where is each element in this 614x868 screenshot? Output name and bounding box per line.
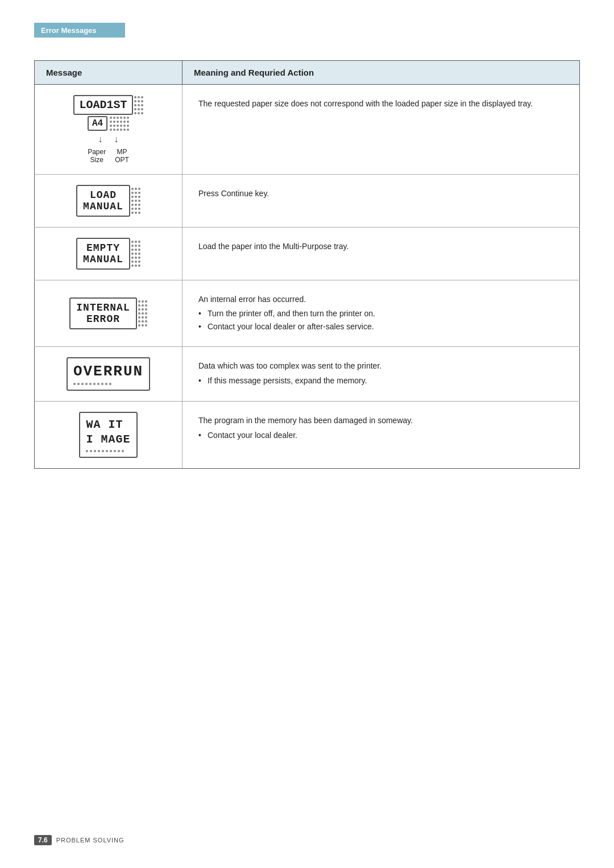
bullet-list-overrun: If this message persists, expand the mem…: [198, 375, 563, 387]
overrun-dots: [73, 383, 143, 385]
action-cell-internal-error: An internal error has occurred. Turn the…: [182, 280, 580, 347]
msg-cell-wait-image: WA ITI MAGE: [35, 402, 182, 469]
page-number: 7.6: [34, 835, 52, 845]
overrun-box: OVERRUN: [67, 357, 150, 391]
section-label: Problem Solving: [56, 837, 125, 844]
action-cell-load1st: The requested paper size does not corres…: [182, 85, 580, 175]
load1st-box: LOAD1ST: [73, 95, 132, 115]
bullet-list-internal: Turn the printer off, and then turn the …: [198, 308, 563, 333]
action-cell-wait-image: The program in the memory has been damag…: [182, 402, 580, 469]
msg-cell-overrun: OVERRUN: [35, 347, 182, 402]
load1st-a4: A4: [88, 116, 107, 131]
dot-strip-empty: [131, 241, 140, 267]
action-text-load1st: The requested paper size does not corres…: [198, 99, 533, 108]
action-text-load-manual: Press Continue key.: [198, 189, 269, 198]
page-container: Error Messages Message Meaning and Requr…: [0, 0, 614, 503]
table-row: WA ITI MAGE The program in the memory ha…: [35, 402, 580, 469]
table-row: LOADMANUAL Press Continue key.: [35, 175, 580, 228]
label-mp: MPOPT: [115, 148, 129, 164]
msg-cell-load1st: LOAD1ST: [35, 85, 182, 175]
arrows-row: ↓ ↓: [98, 134, 119, 144]
wait-image-text: WA ITI MAGE: [86, 418, 130, 447]
header-title: Error Messages: [41, 26, 97, 35]
internal-error-display: INTERNALERROR: [46, 297, 171, 329]
table-row: EMPTYMANUAL Load the paper int: [35, 228, 580, 280]
load1st-container: LOAD1ST: [46, 95, 171, 164]
dot-strip-load: [131, 188, 140, 214]
label-paper: PaperSize: [88, 148, 106, 164]
msg-cell-empty-manual: EMPTYMANUAL: [35, 228, 182, 280]
action-text-empty-manual: Load the paper into the Multi-Purpose tr…: [198, 242, 349, 251]
labels-row: PaperSize MPOPT: [88, 148, 129, 164]
internal-error-box: INTERNALERROR: [69, 297, 136, 329]
dot-strip-internal: [138, 300, 147, 326]
action-text-internal-error: An internal error has occurred.: [198, 295, 306, 304]
bullet-list-wait-image: Contact your local dealer.: [198, 429, 563, 441]
action-cell-overrun: Data which was too complex was sent to t…: [182, 347, 580, 402]
overrun-text: OVERRUN: [73, 363, 143, 380]
load1st-a4-row: A4: [73, 116, 143, 131]
wait-image-display: WA ITI MAGE: [46, 412, 171, 458]
overrun-display: OVERRUN: [46, 357, 171, 391]
load-manual-display: LOADMANUAL: [46, 185, 171, 217]
footer: 7.6 Problem Solving: [34, 835, 125, 845]
col-action: Meaning and Requried Action: [182, 61, 580, 85]
table-row: LOAD1ST: [35, 85, 580, 175]
action-cell-load-manual: Press Continue key.: [182, 175, 580, 228]
dot-strip: [134, 96, 143, 114]
col-message: Message: [35, 61, 182, 85]
load-manual-box: LOADMANUAL: [76, 185, 130, 217]
msg-cell-internal-error: INTERNALERROR: [35, 280, 182, 347]
action-text-wait-image: The program in the memory has been damag…: [198, 416, 413, 425]
arrow-down-1: ↓: [98, 134, 103, 144]
msg-cell-load-manual: LOADMANUAL: [35, 175, 182, 228]
dot-strip-2: [110, 117, 129, 131]
action-cell-empty-manual: Load the paper into the Multi-Purpose tr…: [182, 228, 580, 280]
bullet-item: Contact your local dealer or after-sales…: [198, 321, 563, 333]
wait-image-box: WA ITI MAGE: [79, 412, 137, 458]
table-row: OVERRUN Data which was too complex was s…: [35, 347, 580, 402]
table-row: INTERNALERROR An internal erro: [35, 280, 580, 347]
bullet-item: If this message persists, expand the mem…: [198, 375, 563, 387]
header-bar: Error Messages: [34, 23, 125, 38]
empty-manual-box: EMPTYMANUAL: [76, 238, 130, 270]
wait-image-dots: [86, 450, 130, 452]
load1st-top: LOAD1ST: [73, 95, 143, 131]
load1st-main: LOAD1ST: [73, 95, 143, 115]
empty-manual-display: EMPTYMANUAL: [46, 238, 171, 270]
bullet-item: Turn the printer off, and then turn the …: [198, 308, 563, 320]
error-table: Message Meaning and Requried Action LOAD…: [34, 60, 580, 469]
bullet-item: Contact your local dealer.: [198, 429, 563, 441]
action-text-overrun: Data which was too complex was sent to t…: [198, 361, 381, 370]
arrow-down-2: ↓: [114, 134, 119, 144]
